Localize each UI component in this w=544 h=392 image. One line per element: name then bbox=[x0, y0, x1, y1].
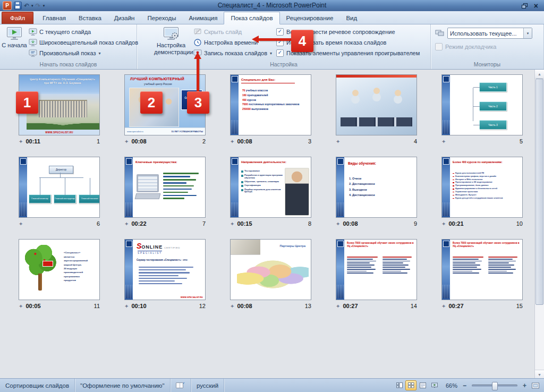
redo-button[interactable]: ↷ bbox=[36, 3, 41, 9]
presenter-view-checkbox[interactable]: ✓ Режим докладчика bbox=[435, 41, 496, 52]
from-current-slide-button[interactable]: С текущего слайда bbox=[27, 27, 140, 37]
tab-design[interactable]: Дизайн bbox=[108, 13, 141, 24]
callout-4: 4 bbox=[291, 30, 313, 52]
tab-transitions[interactable]: Переходы bbox=[141, 13, 182, 24]
slide-timing: 00:08 bbox=[131, 138, 146, 144]
qat-customize-button[interactable]: ▾ bbox=[43, 4, 45, 8]
tab-animations[interactable]: Анимация bbox=[182, 13, 224, 24]
transition-star-icon[interactable]: ✦ bbox=[124, 139, 129, 144]
slide-thumbnail[interactable]: Более 7000 организаций обучают своих сот… bbox=[336, 239, 417, 300]
slide-thumbnail[interactable]: Направления деятельности:ТестированиеРаз… bbox=[230, 157, 311, 218]
record-slideshow-button[interactable]: Запись показа слайдов ▾ bbox=[191, 48, 274, 58]
transition-star-icon[interactable]: ✦ bbox=[230, 221, 234, 227]
callout-3: 3 bbox=[187, 91, 209, 114]
status-theme[interactable]: "Оформление по умолчанию" bbox=[75, 379, 170, 392]
scroll-up-button[interactable]: ▲ bbox=[535, 70, 544, 79]
transition-star-icon[interactable]: ✦ bbox=[124, 221, 129, 227]
slide-art bbox=[163, 195, 197, 197]
scroll-down-button[interactable]: ▼ bbox=[535, 370, 544, 379]
custom-slideshow-button[interactable]: Произвольный показ ▾ bbox=[27, 48, 140, 58]
transition-star-icon[interactable]: ✦ bbox=[19, 221, 23, 227]
transition-star-icon[interactable]: ✦ bbox=[124, 303, 129, 309]
monitor-select[interactable]: Использовать текущее... ▾ bbox=[447, 28, 532, 39]
tab-insert[interactable]: Вставка bbox=[72, 13, 108, 24]
normal-view-button[interactable] bbox=[394, 380, 405, 390]
slide-thumbnail[interactable]: Специально для Вас:70 учебных классов160… bbox=[230, 74, 311, 135]
slide-art bbox=[19, 157, 27, 217]
transition-star-icon[interactable]: ✦ bbox=[441, 303, 446, 309]
record-slideshow-label: Запись показа слайдов bbox=[204, 50, 267, 56]
slide-thumbnail[interactable]: Партнеры Центра bbox=[230, 239, 311, 300]
slide-thumbnail[interactable]: SONLINECERTIFIEDSPECIALISTСервер тестиро… bbox=[124, 239, 206, 300]
zoom-slider-thumb[interactable] bbox=[492, 382, 498, 390]
close-window-button[interactable]: × bbox=[534, 2, 538, 10]
undo-dropdown-caret-icon[interactable]: ▾ bbox=[31, 4, 33, 8]
slide-art: 70 учебных классов bbox=[242, 89, 310, 92]
save-button[interactable] bbox=[14, 2, 22, 10]
slide-thumbnail[interactable]: «Специалист»являетсязарегистрированнойма… bbox=[19, 239, 100, 300]
spelling-status-button[interactable]: ✓ bbox=[171, 379, 191, 392]
slide-art bbox=[442, 240, 450, 300]
tab-slideshow[interactable]: Показ слайдов bbox=[224, 12, 279, 24]
slide-thumbnail[interactable]: Ключевые преимущества: bbox=[124, 157, 206, 218]
transition-star-icon[interactable]: ✦ bbox=[336, 303, 340, 309]
slide-art: Проектирование и 3D моделирование bbox=[453, 181, 521, 183]
transition-star-icon[interactable]: ✦ bbox=[230, 139, 234, 144]
group-start-slideshow: С начала С текущего слайда Широковещател… bbox=[0, 24, 137, 69]
from-beginning-button[interactable]: С начала bbox=[2, 25, 27, 49]
tab-review[interactable]: Рецензирование bbox=[280, 13, 340, 24]
slide-art: Более 7000 организаций обучают своих сот… bbox=[347, 242, 415, 248]
slide-thumbnail[interactable]: Виды обучения:1. Очное2. Дистанционное3.… bbox=[336, 157, 417, 218]
slide-thumbnail[interactable]: Часть 1Часть 2Часть 3 bbox=[441, 74, 523, 135]
scrollbar-thumb[interactable] bbox=[536, 79, 543, 305]
broadcast-slideshow-button[interactable]: Широковещательный показ слайдов bbox=[27, 37, 140, 48]
slide-art: преподавателей bbox=[247, 94, 268, 97]
combo-caret-icon[interactable]: ▾ bbox=[523, 28, 532, 38]
slide-art bbox=[231, 157, 239, 217]
slideshow-view-button[interactable] bbox=[429, 380, 440, 390]
reading-view-button[interactable] bbox=[417, 380, 428, 390]
group-label-monitors: Мониторы bbox=[431, 61, 543, 67]
slide-art bbox=[488, 255, 521, 298]
slide-sorter-pane[interactable]: Центр Компьютерного Обучения «Специалист… bbox=[0, 70, 535, 379]
hide-slide-button[interactable]: Скрыть слайд bbox=[191, 27, 274, 37]
slide-grid: Центр Компьютерного Обучения «Специалист… bbox=[0, 70, 535, 309]
transition-star-icon[interactable]: ✦ bbox=[230, 303, 234, 309]
fit-to-window-button[interactable] bbox=[532, 382, 539, 389]
status-language-button[interactable]: русский bbox=[191, 379, 224, 392]
ribbon-tabs: Файл Главная Вставка Дизайн Переходы Ани… bbox=[0, 11, 544, 24]
slideshow-icon bbox=[431, 382, 438, 388]
slide-art: 2. Дистанционное bbox=[349, 182, 375, 185]
slide-thumbnail[interactable]: Более 7000 организаций обучают своих сот… bbox=[441, 239, 523, 300]
status-bar: Сортировщик слайдов "Оформление по умолч… bbox=[0, 378, 544, 392]
setup-show-icon bbox=[163, 27, 179, 40]
slide-sorter-view-button[interactable] bbox=[405, 380, 416, 390]
undo-button[interactable]: ↶ bbox=[24, 3, 29, 9]
slide-thumbnail[interactable]: Более 400 курсов по направлениям:Курсы д… bbox=[441, 157, 523, 218]
transition-star-icon[interactable]: ✦ bbox=[336, 221, 340, 227]
zoom-in-button[interactable]: + bbox=[521, 382, 528, 389]
powerpoint-icon[interactable]: P bbox=[3, 1, 12, 10]
transition-star-icon[interactable]: ✦ bbox=[336, 139, 340, 144]
transition-star-icon[interactable]: ✦ bbox=[19, 139, 23, 144]
slide-art bbox=[241, 181, 243, 183]
slide-art bbox=[453, 255, 486, 298]
slide-thumbnail[interactable]: ДиректорГлавный инженерГлавный конструкт… bbox=[19, 157, 100, 218]
restore-window-button[interactable] bbox=[522, 3, 528, 8]
slide-art bbox=[347, 265, 375, 266]
zoom-level-label[interactable]: 66% bbox=[444, 382, 457, 389]
transition-star-icon[interactable]: ✦ bbox=[441, 139, 446, 144]
set-up-slideshow-button[interactable]: Настройка демонстрации bbox=[154, 25, 188, 55]
tab-file[interactable]: Файл bbox=[2, 12, 33, 24]
tab-view[interactable]: Вид bbox=[339, 13, 363, 24]
zoom-slider[interactable] bbox=[472, 385, 517, 387]
slide-art bbox=[453, 265, 480, 266]
transition-star-icon[interactable]: ✦ bbox=[441, 221, 446, 227]
vertical-scrollbar[interactable]: ▲ ▼ bbox=[534, 70, 544, 379]
transition-star-icon[interactable]: ✦ bbox=[19, 303, 23, 309]
slide-art bbox=[453, 189, 454, 190]
tab-home[interactable]: Главная bbox=[36, 13, 72, 24]
zoom-out-button[interactable]: − bbox=[461, 382, 468, 389]
slide-thumbnail[interactable] bbox=[336, 74, 417, 135]
slide-art: Специально для Вас: bbox=[241, 78, 295, 83]
